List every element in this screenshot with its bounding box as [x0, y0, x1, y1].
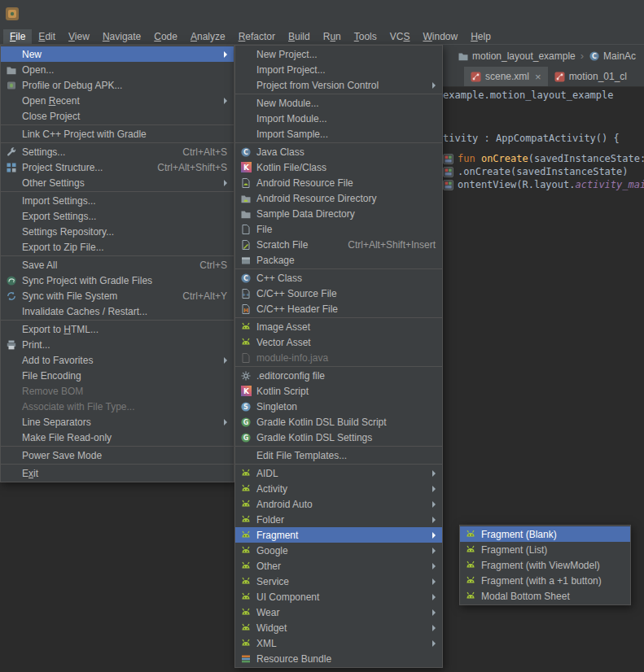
menu-item-other[interactable]: Other	[235, 558, 442, 574]
menu-item-export-settings[interactable]: Export Settings...	[1, 208, 234, 224]
menu-item-fragment[interactable]: Fragment	[235, 527, 442, 543]
menu-item-activity[interactable]: Activity	[235, 481, 442, 496]
editor-tab-bar: scene.xml×motion_01_cl	[443, 67, 644, 87]
menu-item-android-resource-file[interactable]: Android Resource File	[235, 175, 442, 190]
menu-item-aidl[interactable]: AIDL	[235, 465, 442, 481]
menu-item-settings-repository[interactable]: Settings Repository...	[1, 224, 234, 239]
menu-item-sample-data-directory[interactable]: Sample Data Directory	[235, 206, 442, 221]
menu-item-edit-file-templates[interactable]: Edit File Templates...	[235, 447, 442, 463]
menu-item-image-asset[interactable]: Image Asset	[235, 319, 442, 334]
menu-item-editorconfig-file[interactable]: .editorconfig file	[235, 368, 442, 383]
menu-item-close-project[interactable]: Close Project	[1, 108, 234, 124]
menu-item-import-sample[interactable]: Import Sample...	[235, 126, 442, 142]
menu-item-add-to-favorites[interactable]: Add to Favorites	[1, 352, 234, 368]
menu-item-new-project[interactable]: New Project...	[235, 46, 442, 62]
menu-item-profile-or-debug-apk[interactable]: Profile or Debug APK...	[1, 77, 234, 93]
menu-item-new-module[interactable]: New Module...	[235, 95, 442, 111]
menu-item-kotlin-script[interactable]: KKotlin Script	[235, 383, 442, 399]
breadcrumb-item-mainac[interactable]: CMainAc	[589, 50, 636, 62]
menu-item-project-from-version-control[interactable]: Project from Version Control	[235, 77, 442, 93]
menu-item-power-save-mode[interactable]: Power Save Mode	[1, 447, 234, 463]
menu-item-link-c-project-with-gradle[interactable]: Link C++ Project with Gradle	[1, 126, 234, 142]
editor-tab-scene-xml[interactable]: scene.xml×	[464, 67, 548, 86]
menu-item-vector-asset[interactable]: Vector Asset	[235, 334, 442, 350]
menu-item-make-file-read-only[interactable]: Make File Read-only	[1, 430, 234, 445]
menu-item-new[interactable]: New	[1, 46, 234, 62]
menubar-item-vcs[interactable]: VCS	[383, 29, 417, 44]
menu-item-gradle-kotlin-dsl-build-script[interactable]: GGradle Kotlin DSL Build Script	[235, 414, 442, 430]
submenu-arrow-icon	[432, 486, 436, 492]
menu-item-exit[interactable]: Exit	[1, 465, 234, 481]
menu-item-android-resource-directory[interactable]: Android Resource Directory	[235, 190, 442, 206]
menu-item-import-module[interactable]: Import Module...	[235, 111, 442, 126]
menubar-item-edit[interactable]: Edit	[32, 29, 62, 44]
menu-item-c-c-header-file[interactable]: HC/C++ Header File	[235, 301, 442, 316]
editor-tab-motion-01-cl[interactable]: motion_01_cl	[548, 67, 633, 86]
menu-item-fragment-list[interactable]: Fragment (List)	[460, 542, 630, 557]
menu-item-other-settings[interactable]: Other Settings	[1, 175, 234, 190]
menu-item-ui-component[interactable]: UI Component	[235, 589, 442, 604]
menubar-item-refactor[interactable]: Refactor	[232, 29, 282, 44]
menubar-item-build[interactable]: Build	[282, 29, 317, 44]
menu-item-fragment-blank[interactable]: Fragment (Blank)	[460, 526, 630, 542]
menu-item-import-project[interactable]: Import Project...	[235, 62, 442, 77]
menu-item-xml[interactable]: XML	[235, 635, 442, 651]
menu-item-label: File Encoding	[22, 370, 81, 382]
menu-item-project-structure[interactable]: Project Structure...Ctrl+Alt+Shift+S	[1, 159, 234, 175]
code-line: fun onCreate(savedInstanceState:	[458, 153, 644, 164]
menu-item-c-class[interactable]: CC++ Class	[235, 270, 442, 286]
menu-item-gradle-kotlin-dsl-settings[interactable]: GGradle Kotlin DSL Settings	[235, 430, 442, 445]
menu-item-label: Modal Bottom Sheet	[481, 591, 570, 602]
breadcrumb-item-motion-layout-example[interactable]: motion_layout_example	[458, 50, 576, 62]
menu-item-export-to-zip-file[interactable]: Export to Zip File...	[1, 239, 234, 255]
menubar-item-navigate[interactable]: Navigate	[96, 29, 147, 44]
menu-item-settings[interactable]: Settings...Ctrl+Alt+S	[1, 144, 234, 159]
menubar-item-code[interactable]: Code	[147, 29, 184, 44]
menu-item-wear[interactable]: Wear	[235, 604, 442, 620]
menu-item-fragment-with-a-1-button[interactable]: Fragment (with a +1 button)	[460, 573, 630, 588]
gradle-icon: G	[239, 432, 252, 443]
menubar-item-analyze[interactable]: Analyze	[184, 29, 232, 44]
menubar-item-file[interactable]: File	[3, 29, 32, 44]
menu-item-label: Sync Project with Gradle Files	[22, 275, 152, 286]
menu-item-folder[interactable]: Folder	[235, 512, 442, 527]
menu-item-singleton[interactable]: SSingleton	[235, 399, 442, 414]
menubar-item-tools[interactable]: Tools	[348, 29, 383, 44]
menu-item-widget[interactable]: Widget	[235, 620, 442, 635]
menubar-item-view[interactable]: View	[62, 29, 96, 44]
menubar-item-window[interactable]: Window	[416, 29, 464, 44]
menu-item-open-recent[interactable]: Open Recent	[1, 93, 234, 108]
menu-item-export-to-html[interactable]: Export to HTML...	[1, 321, 234, 337]
menubar-item-run[interactable]: Run	[317, 29, 348, 44]
menu-item-android-auto[interactable]: Android Auto	[235, 496, 442, 512]
menu-icon-slot-empty	[239, 450, 252, 461]
menu-item-scratch-file[interactable]: Scratch FileCtrl+Alt+Shift+Insert	[235, 237, 442, 252]
menu-item-package[interactable]: Package	[235, 252, 442, 268]
print-icon	[5, 339, 18, 351]
menu-item-sync-project-with-gradle-files[interactable]: Sync Project with Gradle Files	[1, 273, 234, 288]
menu-item-fragment-with-viewmodel[interactable]: Fragment (with ViewModel)	[460, 557, 630, 573]
editor-gutter-icon[interactable]	[443, 180, 453, 190]
menubar-item-help[interactable]: Help	[464, 29, 497, 44]
menu-item-invalidate-caches-restart[interactable]: Invalidate Caches / Restart...	[1, 303, 234, 319]
menu-item-import-settings[interactable]: Import Settings...	[1, 193, 234, 208]
menu-item-sync-with-file-system[interactable]: Sync with File SystemCtrl+Alt+Y	[1, 288, 234, 303]
menu-item-modal-bottom-sheet[interactable]: Modal Bottom Sheet	[460, 588, 630, 604]
editor-gutter-icon[interactable]	[443, 167, 453, 177]
menu-item-save-all[interactable]: Save AllCtrl+S	[1, 257, 234, 273]
menu-item-kotlin-file-class[interactable]: KKotlin File/Class	[235, 159, 442, 175]
menu-item-java-class[interactable]: CJava Class	[235, 144, 442, 159]
editor-gutter-icon[interactable]	[443, 154, 453, 164]
svg-text:C: C	[592, 53, 597, 60]
menu-item-file[interactable]: File	[235, 221, 442, 237]
menu-item-google[interactable]: Google	[235, 543, 442, 558]
menu-item-line-separators[interactable]: Line Separators	[1, 414, 234, 430]
menu-item-resource-bundle[interactable]: Resource Bundle	[235, 651, 442, 666]
menu-item-c-c-source-file[interactable]: ++C/C++ Source File	[235, 286, 442, 301]
menu-item-file-encoding[interactable]: File Encoding	[1, 368, 234, 383]
menu-item-service[interactable]: Service	[235, 574, 442, 589]
menu-item-open[interactable]: Open...	[1, 62, 234, 77]
menu-item-label: Fragment	[256, 530, 298, 541]
menu-item-print[interactable]: Print...	[1, 337, 234, 352]
tab-close-icon[interactable]: ×	[535, 72, 541, 82]
